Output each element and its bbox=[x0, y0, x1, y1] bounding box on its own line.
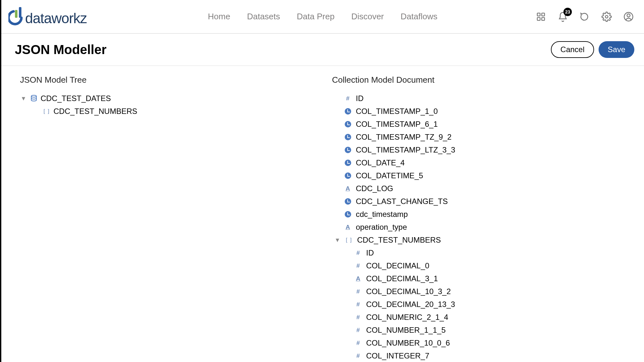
field-label: COL_DECIMAL_20_13_3 bbox=[366, 300, 455, 309]
field-label: COL_DECIMAL_3_1 bbox=[366, 274, 438, 283]
field-label: COL_TIMESTAMP_TZ_9_2 bbox=[356, 133, 452, 142]
field-row[interactable]: CDC_LAST_CHANGE_TS bbox=[332, 195, 644, 208]
nav-home[interactable]: Home bbox=[208, 12, 230, 22]
field-row[interactable]: #COL_NUMERIC_2_1_4 bbox=[332, 311, 644, 324]
text-type-icon: A bbox=[354, 274, 362, 283]
nav-discover[interactable]: Discover bbox=[351, 12, 384, 22]
field-label: COL_DECIMAL_0 bbox=[366, 261, 429, 270]
field-row[interactable]: #COL_NUMBER_1_1_5 bbox=[332, 324, 644, 337]
main-nav: Home Datasets Data Prep Discover Dataflo… bbox=[208, 12, 437, 22]
logo-mark bbox=[8, 7, 25, 26]
notification-badge: 23 bbox=[563, 8, 572, 16]
tree-node[interactable]: ▼CDC_TEST_DATES bbox=[20, 92, 332, 105]
field-label: CDC_LAST_CHANGE_TS bbox=[356, 197, 448, 206]
cancel-button[interactable]: Cancel bbox=[551, 41, 594, 58]
number-type-icon: # bbox=[354, 339, 362, 347]
body: JSON Model Tree ▼CDC_TEST_DATES[ ]CDC_TE… bbox=[1, 66, 644, 362]
number-type-icon: # bbox=[354, 300, 362, 309]
nav-dataflows[interactable]: Dataflows bbox=[401, 12, 437, 22]
array-type-icon: [ ] bbox=[345, 236, 353, 244]
timestamp-type-icon bbox=[344, 197, 352, 206]
timestamp-type-icon bbox=[344, 146, 352, 154]
chevron-down-icon[interactable]: ▼ bbox=[20, 95, 27, 102]
field-label: COL_NUMBER_10_0_6 bbox=[366, 339, 450, 348]
field-label: ID bbox=[356, 94, 364, 103]
field-row[interactable]: COL_TIMESTAMP_1_0 bbox=[332, 105, 644, 118]
field-label: COL_NUMBER_1_1_5 bbox=[366, 326, 446, 335]
field-row[interactable]: COL_TIMESTAMP_LTZ_3_3 bbox=[332, 144, 644, 156]
number-type-icon: # bbox=[344, 94, 352, 103]
field-row[interactable]: #ID bbox=[332, 92, 644, 105]
number-type-icon: # bbox=[354, 326, 362, 334]
tree-node[interactable]: [ ]CDC_TEST_NUMBERS bbox=[20, 105, 332, 118]
number-type-icon: # bbox=[354, 287, 362, 296]
field-row[interactable]: cdc_timestamp bbox=[332, 208, 644, 221]
timestamp-type-icon bbox=[344, 133, 352, 141]
number-type-icon: # bbox=[354, 352, 362, 360]
field-label: COL_DATETIME_5 bbox=[356, 171, 423, 180]
fields-container: #IDCOL_TIMESTAMP_1_0COL_TIMESTAMP_6_1COL… bbox=[332, 92, 644, 362]
svg-rect-2 bbox=[537, 13, 540, 16]
tree-panel-title: JSON Model Tree bbox=[20, 75, 332, 85]
nav-datasets[interactable]: Datasets bbox=[247, 12, 280, 22]
svg-rect-4 bbox=[537, 17, 540, 20]
field-label: COL_TIMESTAMP_6_1 bbox=[356, 120, 438, 129]
save-button[interactable]: Save bbox=[599, 41, 634, 58]
chevron-down-icon[interactable]: ▼ bbox=[334, 237, 341, 244]
field-row[interactable]: #COL_DECIMAL_0 bbox=[332, 259, 644, 272]
timestamp-type-icon bbox=[344, 120, 352, 128]
field-label: COL_TIMESTAMP_LTZ_3_3 bbox=[356, 145, 456, 154]
page-header: JSON Modeller Cancel Save bbox=[1, 34, 644, 66]
page-title: JSON Modeller bbox=[15, 42, 107, 57]
notifications-icon[interactable]: 23 bbox=[557, 11, 569, 23]
field-row[interactable]: ACDC_LOG bbox=[332, 182, 644, 195]
text-type-icon: A bbox=[344, 223, 352, 231]
svg-rect-0 bbox=[15, 10, 17, 17]
tree-panel: JSON Model Tree ▼CDC_TEST_DATES[ ]CDC_TE… bbox=[1, 75, 332, 362]
timestamp-type-icon bbox=[344, 107, 352, 116]
brand-logo[interactable]: dataworkz bbox=[8, 7, 87, 26]
database-type-icon bbox=[30, 94, 38, 103]
chat-icon[interactable] bbox=[579, 11, 591, 23]
nav-dataprep[interactable]: Data Prep bbox=[297, 12, 334, 22]
field-row[interactable]: #ID bbox=[332, 246, 644, 259]
tree-container: ▼CDC_TEST_DATES[ ]CDC_TEST_NUMBERS bbox=[20, 92, 332, 118]
tree-node-label: CDC_TEST_DATES bbox=[41, 94, 111, 103]
svg-rect-3 bbox=[542, 13, 545, 16]
svg-point-9 bbox=[31, 95, 36, 97]
brand-name: dataworkz bbox=[25, 10, 87, 26]
apps-icon[interactable] bbox=[535, 11, 547, 23]
number-type-icon: # bbox=[354, 313, 362, 321]
svg-rect-1 bbox=[19, 7, 22, 18]
timestamp-type-icon bbox=[344, 210, 352, 218]
field-row[interactable]: #COL_DECIMAL_20_13_3 bbox=[332, 298, 644, 311]
field-row[interactable]: Aoperation_type bbox=[332, 221, 644, 234]
field-row[interactable]: #COL_NUMBER_10_0_6 bbox=[332, 337, 644, 349]
field-label: operation_type bbox=[356, 223, 407, 232]
field-row[interactable]: #COL_DECIMAL_10_3_2 bbox=[332, 285, 644, 298]
svg-point-8 bbox=[627, 14, 630, 17]
field-row[interactable]: #COL_INTEGER_7 bbox=[332, 349, 644, 362]
timestamp-type-icon bbox=[344, 159, 352, 167]
settings-icon[interactable] bbox=[601, 11, 612, 23]
field-label: COL_NUMERIC_2_1_4 bbox=[366, 313, 448, 322]
page-actions: Cancel Save bbox=[551, 41, 634, 58]
document-panel-title: Collection Model Document bbox=[332, 75, 644, 85]
field-row[interactable]: COL_TIMESTAMP_6_1 bbox=[332, 118, 644, 131]
tree-node-label: CDC_TEST_NUMBERS bbox=[53, 107, 137, 116]
field-row[interactable]: COL_DATETIME_5 bbox=[332, 169, 644, 182]
field-label: COL_DECIMAL_10_3_2 bbox=[366, 287, 451, 296]
text-type-icon: A bbox=[344, 184, 352, 193]
field-label: COL_INTEGER_7 bbox=[366, 351, 429, 360]
profile-icon[interactable] bbox=[623, 11, 634, 23]
field-row[interactable]: COL_DATE_4 bbox=[332, 156, 644, 169]
field-row[interactable]: ▼[ ]CDC_TEST_NUMBERS bbox=[332, 234, 644, 246]
field-row[interactable]: ACOL_DECIMAL_3_1 bbox=[332, 272, 644, 285]
document-panel: Collection Model Document #IDCOL_TIMESTA… bbox=[332, 75, 644, 362]
array-type-icon: [ ] bbox=[43, 107, 51, 116]
field-label: COL_DATE_4 bbox=[356, 158, 405, 167]
field-label: cdc_timestamp bbox=[356, 210, 408, 219]
svg-point-6 bbox=[605, 15, 608, 18]
field-label: ID bbox=[366, 248, 374, 257]
field-row[interactable]: COL_TIMESTAMP_TZ_9_2 bbox=[332, 131, 644, 144]
